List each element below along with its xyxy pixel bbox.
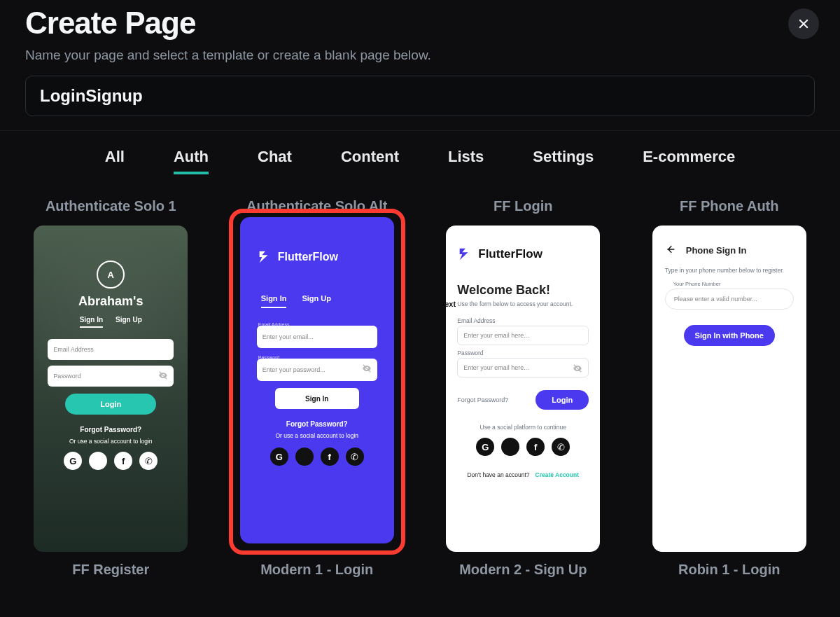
facebook-icon: f	[114, 452, 132, 470]
social-hint: Or use a social account to login	[257, 432, 377, 439]
tab-chat[interactable]: Chat	[258, 148, 292, 173]
tab-auth[interactable]: Auth	[174, 148, 209, 173]
template-ff-phone-auth[interactable]: FF Phone Auth Phone Sign In Type in your…	[631, 186, 828, 555]
dialog-header: Create Page Name your page and select a …	[0, 0, 840, 130]
template-title: Robin 1 - Login	[631, 562, 828, 578]
app-name: Abraham's	[48, 294, 174, 309]
tab-signin: Sign In	[261, 294, 287, 308]
close-button[interactable]	[788, 8, 819, 39]
welcome-heading: Welcome Back!	[457, 283, 589, 298]
password-field: Enter your email here...	[457, 358, 589, 377]
tab-content[interactable]: Content	[341, 148, 399, 173]
email-field: Enter your email...	[257, 326, 377, 348]
email-label: Email Address	[457, 317, 589, 324]
apple-icon	[295, 448, 314, 466]
signin-button: Sign In	[275, 388, 359, 409]
template-preview: A Abraham's Sign In Sign Up Email Addres…	[34, 226, 188, 552]
create-page-dialog: Create Page Name your page and select a …	[0, 0, 840, 617]
password-field: Enter your password...	[257, 359, 377, 381]
email-field: Email Address	[48, 339, 174, 360]
login-button: Login	[65, 394, 156, 415]
flutterflow-icon	[457, 247, 472, 262]
google-icon: G	[64, 452, 82, 470]
email-field: Enter your email here...	[457, 326, 589, 345]
eye-icon	[362, 363, 372, 375]
phone-hint: Type in your phone number below to regis…	[665, 267, 794, 274]
google-icon: G	[270, 448, 288, 466]
apple-icon	[501, 438, 519, 456]
logo-circle: A	[97, 261, 125, 289]
template-title: Modern 1 - Login	[219, 562, 416, 578]
template-title: FF Register	[13, 562, 209, 578]
password-label: Password	[457, 349, 589, 356]
template-authenticate-solo-alt[interactable]: Authenticate Solo Alt FlutterFlow Sign I…	[219, 186, 416, 555]
auth-tabs: Sign In Sign Up	[48, 316, 174, 328]
signin-phone-button: Sign In with Phone	[684, 325, 775, 346]
template-grid: Authenticate Solo 1 A Abraham's Sign In …	[0, 181, 840, 555]
facebook-icon: f	[526, 438, 545, 456]
tab-signup: Sign Up	[115, 316, 142, 328]
template-title: Modern 2 - Sign Up	[425, 562, 622, 578]
tab-all[interactable]: All	[105, 148, 125, 173]
brand: FlutterFlow	[457, 247, 589, 262]
dialog-title: Create Page	[25, 6, 815, 41]
password-field: Password	[48, 366, 174, 387]
tab-settings[interactable]: Settings	[533, 148, 594, 173]
social-hint: Or use a social account to login	[48, 438, 174, 445]
phone-field: Please enter a valid number...	[665, 289, 794, 310]
google-icon: G	[476, 438, 494, 456]
forgot-password-link: Forgot Password?	[48, 426, 174, 434]
social-buttons: G f ✆	[457, 438, 589, 456]
template-authenticate-solo-1[interactable]: Authenticate Solo 1 A Abraham's Sign In …	[13, 186, 209, 555]
tab-ecommerce[interactable]: E-commerce	[643, 148, 735, 173]
phone-icon: ✆	[552, 438, 570, 456]
back-arrow-icon	[665, 244, 676, 257]
template-category-tabs: All Auth Chat Content Lists Settings E-c…	[0, 131, 840, 181]
next-row-titles: FF Register Modern 1 - Login Modern 2 - …	[0, 555, 840, 578]
create-account-link: Create Account	[536, 471, 580, 478]
template-title: FF Phone Auth	[680, 198, 778, 214]
phone-icon: ✆	[346, 448, 364, 466]
phone-label: Your Phone Number	[673, 281, 794, 287]
forgot-password-link: Forgot Password?	[457, 396, 508, 403]
template-title: FF Login	[493, 198, 552, 214]
eye-icon	[573, 363, 582, 375]
eye-icon	[158, 370, 168, 382]
template-preview: FlutterFlow Sign In Sign Up Email Addres…	[240, 217, 394, 543]
page-name-input[interactable]	[25, 76, 815, 116]
forgot-password-link: Forgot Password?	[257, 420, 377, 428]
facebook-icon: f	[321, 448, 339, 466]
apple-icon	[89, 452, 107, 470]
dialog-subtitle: Name your page and select a template or …	[25, 48, 815, 63]
auth-tabs: Sign In Sign Up	[261, 294, 377, 308]
login-button: Login	[536, 390, 589, 410]
tab-signin: Sign In	[80, 316, 103, 328]
no-account-text: Don't have an account?	[467, 471, 529, 478]
phone-icon: ✆	[139, 452, 158, 470]
social-buttons: G f ✆	[48, 452, 174, 470]
close-icon	[797, 17, 811, 31]
template-ff-login[interactable]: FF Login ext FlutterFlow Welcome Back! U…	[425, 186, 622, 555]
brand: FlutterFlow	[257, 249, 377, 265]
social-hint: Use a social platform to continue	[457, 424, 589, 431]
welcome-hint: Use the form below to access your accoun…	[457, 300, 589, 307]
phone-signin-heading: Phone Sign In	[686, 245, 747, 256]
template-preview: ext FlutterFlow Welcome Back! Use the fo…	[446, 226, 600, 552]
template-title: Authenticate Solo 1	[46, 198, 176, 214]
tab-lists[interactable]: Lists	[448, 148, 484, 173]
social-buttons: G f ✆	[257, 448, 377, 466]
flutterflow-icon	[257, 249, 272, 265]
tab-signup: Sign Up	[302, 294, 331, 308]
overflow-text: ext	[446, 300, 456, 308]
template-preview: Phone Sign In Type in your phone number …	[652, 226, 806, 552]
